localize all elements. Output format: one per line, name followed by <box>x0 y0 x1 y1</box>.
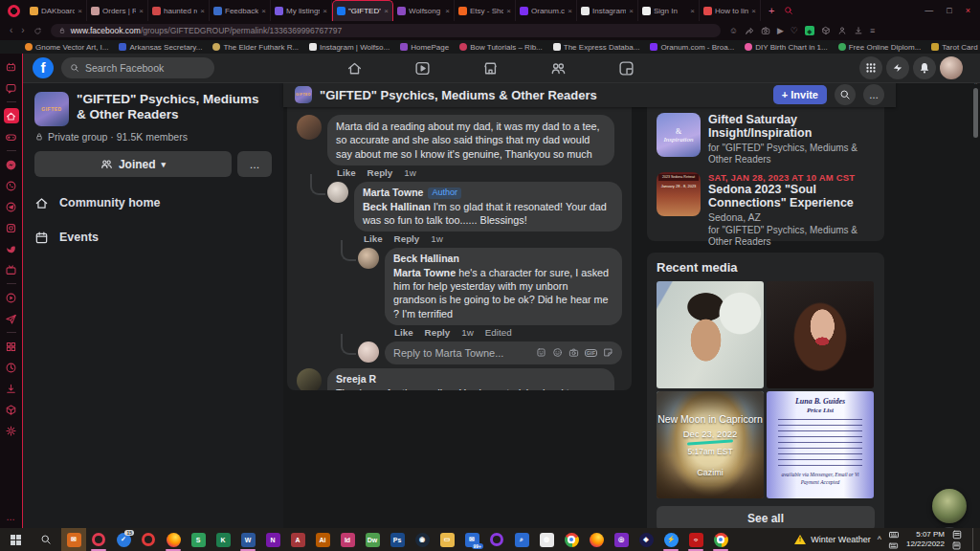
taskbar-app-keep[interactable]: K <box>211 528 235 551</box>
browser-tab[interactable]: How to link and× <box>700 0 761 21</box>
close-button[interactable]: × <box>966 6 970 15</box>
facebook-search-input[interactable]: Search Facebook <box>61 57 214 78</box>
taskbar-clock[interactable]: 5:07 PM 12/22/2022 <box>906 530 945 548</box>
invite-button[interactable]: + Invite <box>773 85 827 104</box>
tab-close-icon[interactable]: × <box>323 7 327 15</box>
browser-tab[interactable]: "GIFTED" Psychi× <box>332 0 393 21</box>
player-icon[interactable]: ▶ <box>777 26 784 35</box>
browser-tab[interactable]: DAKboard× <box>26 0 87 21</box>
taskbar-app-chrome[interactable] <box>559 528 584 551</box>
nav-marketplace-icon[interactable] <box>482 60 499 77</box>
share-icon[interactable] <box>745 26 754 35</box>
media-item-pricelist[interactable]: Luna B. GuidesPrice Listavailable via Me… <box>767 391 874 498</box>
nav-groups-icon[interactable] <box>550 60 567 77</box>
tray-expand-chevron[interactable]: ^ <box>878 535 881 544</box>
commenter-avatar[interactable] <box>327 182 348 203</box>
gamepad-icon[interactable] <box>4 129 19 144</box>
mention-link[interactable]: Marta Towne <box>393 267 456 278</box>
joined-button[interactable]: Joined ▾ <box>34 151 232 177</box>
commenter-name[interactable]: Sreeja R <box>336 373 376 386</box>
instagram-icon[interactable] <box>4 220 19 235</box>
tab-search-icon[interactable] <box>784 6 793 15</box>
playc-icon[interactable] <box>4 290 19 305</box>
commenter-avatar[interactable] <box>297 115 322 140</box>
taskbar-app-messenger[interactable]: ⚡ <box>658 528 683 551</box>
tab-close-icon[interactable]: × <box>200 7 205 15</box>
taskbar-app-outlook[interactable]: ✉ <box>61 528 86 551</box>
download-icon[interactable] <box>4 381 19 396</box>
taskbar-app-indesign[interactable]: Id <box>335 528 360 551</box>
wallet-icon[interactable] <box>821 26 831 35</box>
camera-icon[interactable] <box>568 347 579 358</box>
weather-widget[interactable]: Winter Weather <box>794 535 870 544</box>
tab-close-icon[interactable]: × <box>139 7 144 15</box>
bookmark-item[interactable]: Free Online Diplom... <box>838 43 922 52</box>
show-desktop-button[interactable] <box>972 528 975 551</box>
taskbar-app-photoshop[interactable]: Ps <box>385 528 410 551</box>
taskbar-app-explorer[interactable]: ▭ <box>434 528 459 551</box>
touch-keyboard-icon[interactable] <box>888 529 900 551</box>
plane-icon[interactable] <box>4 311 19 326</box>
browser-tab[interactable]: haunted reborn× <box>148 0 210 21</box>
taskbar-app-chrome-beta[interactable] <box>584 528 609 551</box>
group-avatar-small[interactable]: GIFTED <box>295 86 312 103</box>
bookmark-item[interactable]: HomePage <box>400 43 449 52</box>
reply-link[interactable]: Reply <box>425 327 451 338</box>
tab-close-icon[interactable]: × <box>261 7 266 15</box>
taskbar-app-opera[interactable] <box>136 528 161 551</box>
taskbar-app-access[interactable]: A <box>285 528 310 551</box>
taskbar-app-firefox[interactable] <box>161 528 186 551</box>
avatar[interactable] <box>358 342 379 363</box>
browser-tab[interactable]: Wolfsong Rebo× <box>393 0 455 21</box>
taskbar-app-affinity[interactable]: ◈ <box>634 528 658 551</box>
tab-close-icon[interactable]: × <box>78 7 82 15</box>
media-item-selfie[interactable] <box>657 281 764 388</box>
bookmark-item[interactable]: DIY Birth Chart in 1... <box>745 43 827 52</box>
extension-badge[interactable]: ◆ <box>805 26 814 35</box>
bookmark-item[interactable]: Tarot Card Meaning... <box>931 43 980 52</box>
homeapp-icon[interactable] <box>4 108 19 123</box>
tab-close-icon[interactable]: × <box>751 7 756 15</box>
emoji-icon[interactable] <box>552 347 563 358</box>
page-scrollbar[interactable] <box>973 88 978 138</box>
sidebar-item-events[interactable]: Events <box>34 221 272 253</box>
minimize-button[interactable]: — <box>924 6 933 15</box>
console-icon[interactable] <box>4 59 19 75</box>
sticker-icon[interactable] <box>603 347 613 358</box>
notifications-button[interactable] <box>913 56 936 79</box>
messenger-icon[interactable] <box>4 157 19 172</box>
bookmark-item[interactable]: Oranum.com - Broa... <box>650 43 734 52</box>
nav-watch-icon[interactable] <box>414 60 431 77</box>
tv-icon[interactable] <box>4 262 19 277</box>
taskbar-app-search-tool[interactable]: ⌕ <box>509 528 534 551</box>
group-more-button[interactable]: … <box>237 151 272 177</box>
gif-icon[interactable]: GIF <box>585 349 597 357</box>
taskbar-app-acrobat[interactable]: ⌔ <box>683 528 708 551</box>
taskbar-app-word[interactable]: W <box>235 528 260 551</box>
browser-tab[interactable]: Orders | Reborn× <box>87 0 148 21</box>
reply-link[interactable]: Reply <box>394 233 420 244</box>
facebook-logo[interactable]: f <box>33 57 54 78</box>
messenger-button[interactable] <box>886 56 909 79</box>
opera-gx-menu-icon[interactable] <box>8 5 20 17</box>
start-button[interactable] <box>0 528 31 551</box>
cube-icon[interactable] <box>4 402 19 417</box>
taskbar-app-hue[interactable]: ◍ <box>534 528 559 551</box>
event-item[interactable]: 2023 Sedona RetreatJanuary 28 - 8, 2023S… <box>657 172 875 248</box>
browser-tab[interactable]: Feedback Profil× <box>210 0 271 21</box>
bookmark-item[interactable]: Instagram | Wolfso... <box>309 43 390 52</box>
sidebar-more-button[interactable]: ⋯ <box>7 515 16 524</box>
smiley-icon[interactable]: ☺ <box>729 26 738 35</box>
menu-icon[interactable]: ≡ <box>870 26 875 35</box>
new-tab-button[interactable]: + <box>768 5 774 16</box>
chat-icon[interactable] <box>4 80 19 96</box>
tab-close-icon[interactable]: × <box>629 7 634 15</box>
event-title[interactable]: Sedona 2023 "Soul Connections" Experienc… <box>708 183 875 210</box>
like-link[interactable]: Like <box>337 167 356 178</box>
commenter-avatar[interactable] <box>358 248 379 269</box>
grid4-icon[interactable] <box>4 339 19 354</box>
taskbar-app-illustrator[interactable]: Ai <box>310 528 335 551</box>
reply-input[interactable]: Reply to Marta Towne...GIF <box>385 342 622 364</box>
browser-tab[interactable]: Instagram | Wol× <box>577 0 638 21</box>
clock-icon[interactable] <box>4 360 19 375</box>
